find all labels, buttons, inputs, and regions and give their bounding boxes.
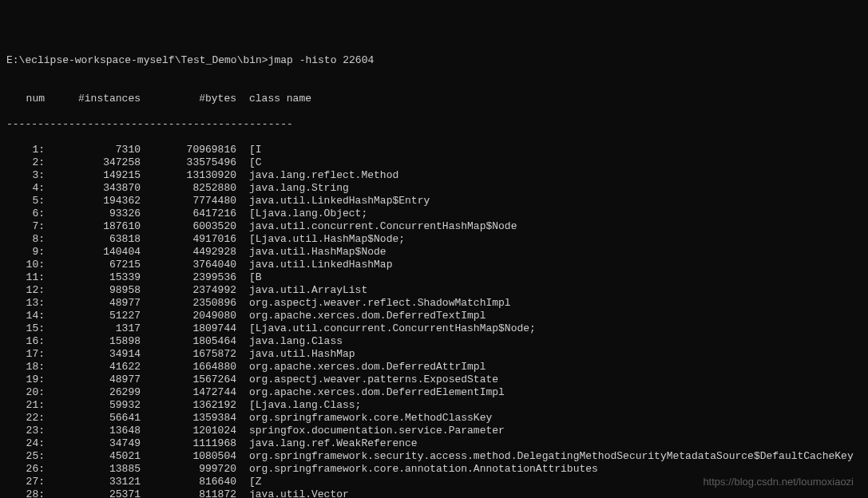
table-row: 22:566411359384org.springframework.core.… xyxy=(6,412,862,425)
row-classname: java.util.concurrent.ConcurrentHashMap$N… xyxy=(236,220,517,233)
table-row: 9:1404044492928java.util.HashMap$Node xyxy=(6,246,862,259)
row-instances: 45021 xyxy=(45,450,141,463)
row-classname: springfox.documentation.service.Paramete… xyxy=(236,425,505,437)
row-bytes: 7774480 xyxy=(141,195,236,208)
row-num: 25: xyxy=(6,450,45,463)
row-num: 8: xyxy=(6,233,45,246)
row-classname: [Ljava.util.concurrent.ConcurrentHashMap… xyxy=(236,322,536,335)
row-classname: java.lang.reflect.Method xyxy=(236,169,398,182)
table-row: 26:13885999720org.springframework.core.a… xyxy=(6,463,862,476)
row-bytes: 2049080 xyxy=(141,310,236,322)
row-classname: java.lang.Class xyxy=(236,335,343,348)
table-row: 10:672153764040java.util.LinkedHashMap xyxy=(6,259,862,271)
table-row: 14:512272049080org.apache.xerces.dom.Def… xyxy=(6,310,862,322)
row-bytes: 6417216 xyxy=(141,208,236,220)
row-classname: [Z xyxy=(236,476,262,488)
header-num: num xyxy=(6,93,45,105)
table-row: 5:1943627774480java.util.LinkedHashMap$E… xyxy=(6,195,862,208)
row-classname: java.util.LinkedHashMap$Entry xyxy=(236,195,430,208)
header-classname: class name xyxy=(236,93,311,105)
row-bytes: 1675872 xyxy=(141,348,236,361)
table-row: 19:489771567264org.aspectj.weaver.patter… xyxy=(6,374,862,386)
table-row: 23:136481201024springfox.documentation.s… xyxy=(6,425,862,437)
row-classname: [Ljava.lang.Class; xyxy=(236,399,361,412)
row-instances: 63818 xyxy=(45,233,141,246)
row-instances: 15339 xyxy=(45,271,141,284)
row-classname: org.apache.xerces.dom.DeferredElementImp… xyxy=(236,386,505,399)
row-bytes: 999720 xyxy=(141,463,236,476)
row-num: 2: xyxy=(6,156,45,169)
row-instances: 51227 xyxy=(45,310,141,322)
row-classname: [C xyxy=(236,156,262,169)
table-row: 21:599321362192[Ljava.lang.Class; xyxy=(6,399,862,412)
row-num: 21: xyxy=(6,399,45,412)
row-instances: 1317 xyxy=(45,322,141,335)
table-header: num#instances#bytesclass name xyxy=(6,93,862,105)
row-bytes: 1359384 xyxy=(141,412,236,425)
row-classname: org.aspectj.weaver.reflect.ShadowMatchIm… xyxy=(236,297,511,310)
row-num: 24: xyxy=(6,437,45,450)
table-row: 16:158981805464java.lang.Class xyxy=(6,335,862,348)
row-instances: 187610 xyxy=(45,220,141,233)
table-row: 4:3438708252880java.lang.String xyxy=(6,182,862,195)
row-bytes: 1472744 xyxy=(141,386,236,399)
table-row: 13:489772350896org.aspectj.weaver.reflec… xyxy=(6,297,862,310)
row-bytes: 1111968 xyxy=(141,437,236,450)
row-instances: 48977 xyxy=(45,374,141,386)
row-num: 27: xyxy=(6,476,45,488)
table-body: 1:731070969816[I2:34725833575496[C3:1492… xyxy=(6,144,862,498)
row-num: 14: xyxy=(6,310,45,322)
row-classname: [I xyxy=(236,144,262,156)
row-num: 26: xyxy=(6,463,45,476)
row-instances: 56641 xyxy=(45,412,141,425)
table-row: 11:153392399536[B xyxy=(6,271,862,284)
row-classname: [B xyxy=(236,271,262,284)
row-bytes: 1809744 xyxy=(141,322,236,335)
row-num: 11: xyxy=(6,271,45,284)
row-num: 19: xyxy=(6,374,45,386)
table-row: 17:349141675872java.util.HashMap xyxy=(6,348,862,361)
row-num: 10: xyxy=(6,259,45,271)
row-instances: 15898 xyxy=(45,335,141,348)
table-row: 3:14921513130920java.lang.reflect.Method xyxy=(6,169,862,182)
row-bytes: 1664880 xyxy=(141,361,236,374)
row-bytes: 1362192 xyxy=(141,399,236,412)
row-num: 1: xyxy=(6,144,45,156)
row-instances: 33121 xyxy=(45,476,141,488)
row-bytes: 13130920 xyxy=(141,169,236,182)
row-classname: org.springframework.core.annotation.Anno… xyxy=(236,463,598,476)
row-bytes: 1080504 xyxy=(141,450,236,463)
row-classname: org.aspectj.weaver.patterns.ExposedState xyxy=(236,374,498,386)
row-instances: 67215 xyxy=(45,259,141,271)
row-num: 18: xyxy=(6,361,45,374)
row-bytes: 4917016 xyxy=(141,233,236,246)
row-instances: 98958 xyxy=(45,284,141,297)
row-instances: 13885 xyxy=(45,463,141,476)
row-bytes: 2399536 xyxy=(141,271,236,284)
row-num: 13: xyxy=(6,297,45,310)
row-bytes: 811872 xyxy=(141,488,236,498)
row-instances: 59932 xyxy=(45,399,141,412)
row-num: 7: xyxy=(6,220,45,233)
header-instances: #instances xyxy=(45,93,141,105)
row-bytes: 1567264 xyxy=(141,374,236,386)
row-bytes: 816640 xyxy=(141,476,236,488)
watermark: https://blog.csdn.net/loumoxiaozi xyxy=(703,476,854,488)
row-instances: 26299 xyxy=(45,386,141,399)
row-num: 5: xyxy=(6,195,45,208)
row-classname: java.util.ArrayList xyxy=(236,284,367,297)
command-prompt: E:\eclipse-workspace-myself\Test_Demo\bi… xyxy=(6,54,862,67)
row-num: 17: xyxy=(6,348,45,361)
row-instances: 343870 xyxy=(45,182,141,195)
row-bytes: 3764040 xyxy=(141,259,236,271)
row-bytes: 2350896 xyxy=(141,297,236,310)
row-classname: java.util.LinkedHashMap xyxy=(236,259,392,271)
table-row: 15:13171809744[Ljava.util.concurrent.Con… xyxy=(6,322,862,335)
row-classname: org.apache.xerces.dom.DeferredTextImpl xyxy=(236,310,486,322)
row-classname: org.springframework.core.MethodClassKey xyxy=(236,412,492,425)
row-num: 4: xyxy=(6,182,45,195)
table-row: 25:450211080504org.springframework.secur… xyxy=(6,450,862,463)
row-num: 16: xyxy=(6,335,45,348)
row-classname: java.lang.String xyxy=(236,182,349,195)
header-bytes: #bytes xyxy=(141,93,236,105)
